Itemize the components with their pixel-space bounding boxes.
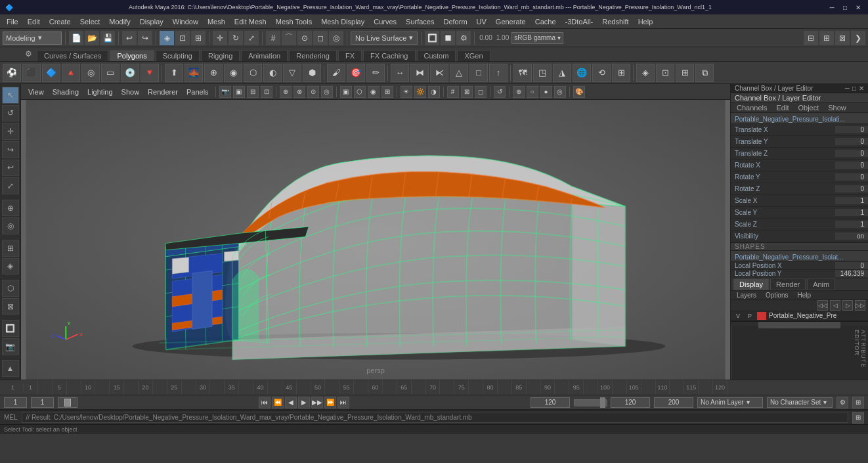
vp-shadow-btn[interactable]: ◑	[428, 86, 440, 98]
shelf-cone[interactable]: 🔺	[62, 64, 80, 82]
tab-curves-surfaces[interactable]: Curves / Surfaces	[37, 50, 108, 61]
range-max-input[interactable]	[654, 397, 693, 408]
snap-point-button[interactable]: ⊙	[297, 31, 312, 45]
tick-45[interactable]: 45	[282, 380, 297, 395]
menu-cache[interactable]: Cache	[531, 16, 560, 27]
rotate-tool-button[interactable]: ↻	[228, 31, 243, 45]
tick-100[interactable]: 100	[598, 380, 613, 395]
vp-camera-4[interactable]: ⊡	[261, 86, 272, 98]
more-settings-button[interactable]: ⊞	[852, 397, 864, 408]
vp-wire-3[interactable]: ◉	[368, 86, 380, 98]
dt-tab-render[interactable]: Render	[770, 278, 806, 290]
lasso-select-button[interactable]: ⊡	[175, 31, 190, 45]
soft-manip-left[interactable]: ◎	[2, 217, 19, 234]
snap-curve-button[interactable]: ⌒	[282, 31, 296, 45]
shelf-torus[interactable]: ◎	[81, 64, 100, 82]
tab-gear-icon[interactable]: ⚙	[20, 47, 37, 61]
vp-menu-panels[interactable]: Panels	[183, 87, 212, 97]
snap-view-left[interactable]: ⬡	[2, 280, 19, 297]
vp-color-btn[interactable]: 🎨	[573, 86, 585, 98]
vp-camera-2[interactable]: ▣	[233, 86, 245, 98]
layer-horizontal-scrollbar[interactable]	[731, 321, 868, 326]
shelf-right-1[interactable]: ◈	[636, 64, 655, 82]
ch-scale-z-value[interactable]: 1	[835, 221, 868, 228]
menu-edit-mesh[interactable]: Edit Mesh	[230, 16, 271, 27]
rotate-tool-left[interactable]: ↩	[2, 160, 19, 177]
last-tool-left[interactable]: ◈	[2, 258, 19, 275]
layout-icon-1[interactable]: ⊟	[804, 31, 818, 45]
tick-50[interactable]: 50	[311, 380, 326, 395]
panel-float-icon[interactable]: □	[852, 85, 856, 92]
ipr-button[interactable]: 🔲	[441, 31, 455, 45]
shelf-auto-unwrap[interactable]: ⟲	[592, 64, 611, 82]
menu-create[interactable]: Create	[45, 16, 75, 27]
shelf-soft-select[interactable]: 🎯	[347, 64, 365, 82]
shelf-planar-proj[interactable]: ◳	[533, 64, 552, 82]
anim-layer-select[interactable]: No Anim Layer ▾	[697, 397, 763, 408]
select-tool-button[interactable]: ◈	[160, 31, 174, 45]
vp-menu-lighting[interactable]: Lighting	[84, 87, 116, 97]
shelf-right-3[interactable]: ⊞	[676, 64, 694, 82]
paint-tool-left[interactable]: ✛	[2, 123, 19, 140]
tick-10[interactable]: 10	[81, 380, 96, 395]
layout-icon-4[interactable]: ❯	[851, 31, 865, 45]
vp-hud-btn[interactable]: ⊠	[461, 86, 473, 98]
camera-left[interactable]: 📷	[2, 338, 19, 355]
tick-5[interactable]: 5	[53, 380, 67, 395]
go-to-end-button[interactable]: ⏭	[337, 397, 349, 408]
ch-visibility-value[interactable]: on	[835, 232, 868, 240]
snap-ortho-left[interactable]: ⊠	[2, 298, 19, 315]
ch-local-pos-y-value[interactable]: 146.339	[835, 270, 868, 277]
menu-select[interactable]: Select	[76, 16, 104, 27]
tab-rigging[interactable]: Rigging	[201, 50, 240, 61]
range-start-input[interactable]	[531, 397, 570, 408]
shelf-separate[interactable]: ⧔	[430, 64, 448, 82]
mode-dropdown[interactable]: Modeling ▾	[3, 32, 62, 45]
layer-visibility-v[interactable]: V	[733, 313, 743, 319]
layout-icon-2[interactable]: ⊞	[819, 31, 834, 45]
vp-camera-3[interactable]: ⊟	[247, 86, 259, 98]
range-end-input[interactable]	[611, 397, 650, 408]
ch-rotate-y-value[interactable]: 0	[835, 173, 868, 181]
tick-110[interactable]: 110	[656, 380, 670, 395]
tick-105[interactable]: 105	[627, 380, 641, 395]
vp-light-1[interactable]: ☀	[401, 86, 412, 98]
minimize-button[interactable]: ─	[827, 3, 836, 12]
menu-mesh-display[interactable]: Mesh Display	[317, 16, 368, 27]
tab-custom[interactable]: Custom	[417, 50, 456, 61]
vp-menu-renderer[interactable]: Renderer	[144, 87, 181, 97]
tick-1[interactable]: 1	[24, 380, 38, 395]
menu-help[interactable]: Help	[634, 16, 657, 27]
tick-35[interactable]: 35	[225, 380, 239, 395]
move-tool-left[interactable]: ↪	[2, 141, 19, 158]
shelf-spherical-proj[interactable]: 🌐	[573, 64, 591, 82]
vp-extra-2[interactable]: ○	[527, 86, 538, 98]
layer-playback-p[interactable]: P	[745, 313, 754, 319]
play-forward-button[interactable]: ▶	[298, 397, 310, 408]
shelf-paint-select[interactable]: 🖌	[327, 64, 345, 82]
vp-sel-3[interactable]: ⊙	[307, 86, 319, 98]
shelf-prism[interactable]: 🔻	[141, 64, 159, 82]
menu-mesh[interactable]: Mesh	[204, 16, 229, 27]
tick-40[interactable]: 40	[253, 380, 268, 395]
shelf-mirror[interactable]: ↔	[391, 64, 409, 82]
close-button[interactable]: ✕	[854, 3, 863, 12]
shelf-smooth[interactable]: ◉	[224, 64, 242, 82]
tick-65[interactable]: 65	[397, 380, 412, 395]
layer-arrow-3[interactable]: ▷	[842, 300, 853, 311]
menu-window[interactable]: Window	[169, 16, 202, 27]
panel-close-icon[interactable]: ✕	[859, 85, 864, 92]
vp-wire-1[interactable]: ▣	[340, 86, 352, 98]
menu-deform[interactable]: Deform	[439, 16, 471, 27]
tab-animation[interactable]: Animation	[241, 50, 288, 61]
viewport-canvas[interactable]: X Y Z persp	[21, 100, 730, 380]
dt-tab-display[interactable]: Display	[733, 278, 769, 290]
ch-translate-x-value[interactable]: 0	[835, 126, 868, 133]
current-frame-input[interactable]	[4, 397, 27, 408]
viewport[interactable]: View Shading Lighting Show Renderer Pane…	[21, 84, 730, 380]
shelf-extrude[interactable]: ⬆	[165, 64, 183, 82]
shelf-cylindrical-proj[interactable]: ◮	[553, 64, 571, 82]
frame-marker-thumb[interactable]	[64, 399, 71, 407]
shelf-cylinder[interactable]: 🔷	[42, 64, 60, 82]
go-to-start-button[interactable]: ⏮	[259, 397, 271, 408]
